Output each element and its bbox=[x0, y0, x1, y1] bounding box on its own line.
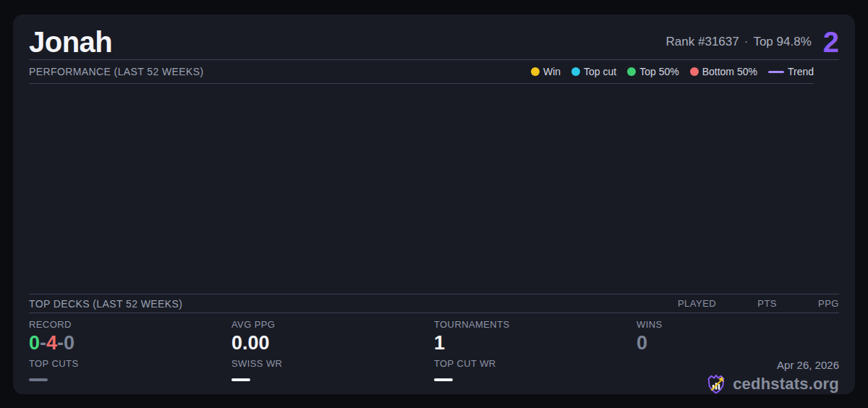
swiss-wr-label: SWISS WR bbox=[231, 358, 434, 369]
stats-grid: RECORD 0-4-0 TOP CUTS AVG PPG 0.00 SWISS… bbox=[29, 313, 839, 396]
card-header: Jonah Rank #31637·Top 94.8% 2 bbox=[29, 25, 839, 59]
stat-record: RECORD 0-4-0 TOP CUTS bbox=[29, 319, 231, 396]
record-label: RECORD bbox=[29, 319, 231, 330]
legend-label: Top 50% bbox=[639, 66, 678, 77]
top-decks-columns: PLAYED PTS PPG bbox=[678, 298, 839, 309]
top-cut-wr-label: TOP CUT WR bbox=[434, 358, 637, 369]
record-draws: 0 bbox=[64, 332, 75, 354]
legend-label: Bottom 50% bbox=[702, 66, 757, 77]
record-separator: - bbox=[40, 332, 46, 354]
rank-summary: Rank #31637·Top 94.8% bbox=[666, 35, 812, 49]
column-ppg: PPG bbox=[818, 298, 839, 309]
legend-item-top50: Top 50% bbox=[627, 66, 678, 77]
avg-ppg-value: 0.00 bbox=[231, 332, 434, 354]
legend-item-win: Win bbox=[531, 66, 561, 77]
avg-ppg-label: AVG PPG bbox=[231, 319, 434, 330]
player-name: Jonah bbox=[29, 27, 112, 56]
top-decks-header: TOP DECKS (LAST 52 WEEKS) PLAYED PTS PPG bbox=[29, 294, 839, 313]
legend-item-trend: Trend bbox=[768, 66, 814, 77]
top-cut-wr-placeholder-dash bbox=[434, 378, 453, 381]
column-pts: PTS bbox=[757, 298, 777, 309]
wins-value: 0 bbox=[637, 332, 839, 354]
performance-header: PERFORMANCE (LAST 52 WEEKS) Win Top cut … bbox=[29, 60, 814, 84]
top50-dot-icon bbox=[627, 67, 636, 76]
player-stats-card: Jonah Rank #31637·Top 94.8% 2 PERFORMANC… bbox=[13, 14, 855, 394]
record-separator: - bbox=[57, 332, 64, 354]
record-value: 0-4-0 bbox=[29, 332, 231, 354]
legend-label: Trend bbox=[788, 66, 814, 77]
swiss-wr-placeholder-dash bbox=[231, 378, 250, 381]
column-played: PLAYED bbox=[678, 298, 716, 309]
generated-date: Apr 26, 2026 bbox=[705, 359, 839, 371]
rank-number: Rank #31637 bbox=[666, 35, 739, 48]
topcut-dot-icon bbox=[571, 67, 580, 76]
tournaments-value: 1 bbox=[434, 332, 637, 354]
legend-label: Top cut bbox=[584, 66, 616, 77]
bottom50-dot-icon bbox=[690, 67, 699, 76]
rank-separator: · bbox=[744, 35, 749, 48]
brand-row: cedhstats.org bbox=[705, 373, 839, 395]
chart-legend: Win Top cut Top 50% Bottom 50% Trend bbox=[531, 66, 814, 77]
trend-line-icon bbox=[768, 71, 784, 73]
top-cuts-placeholder-dash bbox=[29, 378, 48, 381]
header-right: Rank #31637·Top 94.8% 2 bbox=[666, 27, 839, 56]
legend-item-bottom50: Bottom 50% bbox=[690, 66, 757, 77]
tournaments-label: TOURNAMENTS bbox=[434, 319, 637, 330]
win-dot-icon bbox=[531, 67, 540, 76]
record-wins: 0 bbox=[29, 332, 40, 354]
brand-name: cedhstats.org bbox=[733, 375, 839, 394]
stat-avg-ppg: AVG PPG 0.00 SWISS WR bbox=[231, 319, 434, 396]
legend-label: Win bbox=[543, 66, 561, 77]
top-cuts-label: TOP CUTS bbox=[29, 358, 231, 369]
wins-label: WINS bbox=[637, 319, 839, 330]
record-losses: 4 bbox=[46, 332, 57, 354]
stat-tournaments: TOURNAMENTS 1 TOP CUT WR bbox=[434, 319, 637, 396]
top-decks-title: TOP DECKS (LAST 52 WEEKS) bbox=[29, 298, 182, 310]
deck-count-badge: 2 bbox=[823, 27, 839, 56]
legend-item-topcut: Top cut bbox=[571, 66, 616, 77]
cedhstats-logo-icon bbox=[705, 373, 727, 395]
top-percentile: Top 94.8% bbox=[753, 35, 811, 48]
performance-title: PERFORMANCE (LAST 52 WEEKS) bbox=[29, 66, 204, 77]
performance-chart-empty bbox=[29, 84, 839, 294]
card-footer: Apr 26, 2026 cedhstats.org bbox=[705, 359, 839, 395]
performance-section: PERFORMANCE (LAST 52 WEEKS) Win Top cut … bbox=[29, 60, 814, 84]
